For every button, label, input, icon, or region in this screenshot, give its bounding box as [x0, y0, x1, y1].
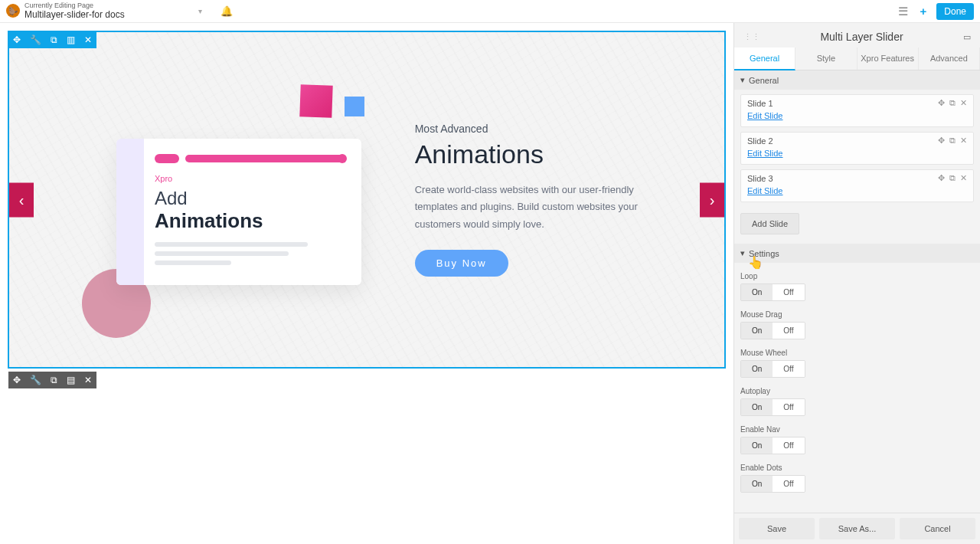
autoplay-off[interactable]: Off: [773, 399, 804, 415]
row-wrench-icon[interactable]: 🔧: [25, 372, 46, 388]
pink-square-decor: [299, 84, 332, 117]
sidebar-tabs: General Style Xpro Features Advanced: [734, 48, 980, 70]
settings-sidebar: ⋮⋮ Multi Layer Slider ▭ General Style Xp…: [733, 23, 980, 544]
blue-square-decor: [345, 97, 364, 116]
loop-off[interactable]: Off: [773, 284, 804, 300]
loop-toggle: On Off: [740, 283, 805, 301]
slide-graphic: Xpro Add Animations: [40, 54, 400, 346]
autoplay-on[interactable]: On: [741, 399, 773, 415]
page-name: Multilayer-slider-for docs: [24, 10, 125, 20]
slide-item-1: Slide 1 ✥ ⧉ ✕ Edit Slide: [740, 94, 974, 127]
enable-nav-on[interactable]: On: [741, 437, 773, 454]
topbar: 🦫 Currently Editing Page Multilayer-slid…: [0, 0, 980, 23]
slide-name: Slide 2: [747, 136, 773, 146]
loop-on[interactable]: On: [741, 284, 773, 300]
add-icon[interactable]: +: [918, 2, 929, 20]
mouse-wheel-label: Mouse Wheel: [740, 349, 974, 357]
slide-copy-icon[interactable]: ⧉: [949, 136, 956, 146]
buy-now-button[interactable]: Buy Now: [415, 250, 508, 277]
module-toolbar: ✥ 🔧 ⧉ ▥ ✕: [8, 31, 96, 48]
page-info[interactable]: Currently Editing Page Multilayer-slider…: [24, 2, 125, 20]
module-wrap[interactable]: ✥ 🔧 ⧉ ▥ ✕ ‹ ›: [8, 31, 726, 369]
enable-nav-off[interactable]: Off: [773, 437, 804, 454]
tab-xpro[interactable]: Xpro Features: [858, 48, 919, 70]
topbar-left: 🦫 Currently Editing Page Multilayer-slid…: [6, 2, 233, 20]
bell-icon[interactable]: 🔔: [220, 5, 233, 17]
slide-move-icon[interactable]: ✥: [938, 173, 945, 183]
sidebar-footer: Save Save As... Cancel: [734, 513, 980, 544]
slide-copy-icon[interactable]: ⧉: [949, 98, 956, 108]
mouse-wheel-on[interactable]: On: [741, 361, 773, 377]
slide-name: Slide 3: [747, 174, 773, 183]
enable-nav-label: Enable Nav: [740, 425, 974, 434]
close-icon[interactable]: ✕: [80, 31, 96, 48]
row-close-icon[interactable]: ✕: [80, 372, 96, 388]
slider-preview: ‹ › Xpro Add: [9, 32, 724, 367]
sidebar-header: ⋮⋮ Multi Layer Slider ▭: [734, 23, 980, 48]
card-side: [116, 139, 144, 285]
loop-label: Loop: [740, 272, 974, 280]
sidebar-title: Multi Layer Slider: [820, 31, 903, 43]
main: ✥ 🔧 ⧉ ▥ ✕ ‹ ›: [0, 23, 980, 544]
enable-nav-toggle: On Off: [740, 437, 805, 454]
enable-dots-toggle: On Off: [740, 475, 805, 493]
slide-copy-icon[interactable]: ⧉: [949, 173, 956, 183]
enable-dots-off[interactable]: Off: [773, 476, 804, 492]
headline: Animations: [415, 139, 694, 169]
mouse-drag-label: Mouse Drag: [740, 310, 974, 319]
nav-prev-button[interactable]: ‹: [9, 182, 34, 217]
row-copy-icon[interactable]: ⧉: [46, 372, 62, 388]
card-bar: [155, 154, 346, 163]
slide-delete-icon[interactable]: ✕: [960, 98, 967, 108]
enable-dots-label: Enable Dots: [740, 464, 974, 472]
enable-dots-on[interactable]: On: [741, 476, 773, 492]
mouse-drag-on[interactable]: On: [741, 323, 773, 339]
slide-delete-icon[interactable]: ✕: [960, 173, 967, 183]
mouse-wheel-off[interactable]: Off: [773, 361, 804, 377]
slide-item-3: Slide 3 ✥ ⧉ ✕ Edit Slide: [740, 169, 974, 202]
chevron-down-icon: ▾: [740, 75, 745, 85]
cancel-button[interactable]: Cancel: [900, 518, 975, 539]
card-mockup: Xpro Add Animations: [116, 139, 361, 285]
edit-slide-link[interactable]: Edit Slide: [747, 186, 782, 195]
done-button[interactable]: Done: [936, 3, 974, 20]
card-title-2: Animations: [155, 209, 346, 233]
slide-move-icon[interactable]: ✥: [938, 98, 945, 108]
row-toolbar: ✥ 🔧 ⧉ ▤ ✕: [8, 372, 96, 388]
slide-delete-icon[interactable]: ✕: [960, 136, 967, 146]
card-title-1: Add: [155, 188, 346, 209]
copy-icon[interactable]: ⧉: [46, 31, 62, 48]
tab-style[interactable]: Style: [795, 48, 857, 70]
row-columns-icon[interactable]: ▤: [62, 372, 80, 388]
columns-icon[interactable]: ▥: [62, 31, 80, 48]
save-button[interactable]: Save: [739, 518, 815, 539]
logo: 🦫: [6, 4, 20, 18]
slide-move-icon[interactable]: ✥: [938, 136, 945, 146]
chevron-down-icon[interactable]: ▾: [198, 7, 202, 15]
expand-icon[interactable]: ▭: [963, 32, 971, 42]
drag-handle-icon[interactable]: ⋮⋮: [743, 32, 760, 42]
topbar-right: ☰ + Done: [896, 2, 974, 21]
edit-slide-link[interactable]: Edit Slide: [747, 149, 782, 158]
edit-slide-link[interactable]: Edit Slide: [747, 111, 782, 120]
tab-general[interactable]: General: [734, 48, 795, 70]
save-as-button[interactable]: Save As...: [819, 518, 895, 539]
tab-advanced[interactable]: Advanced: [919, 48, 980, 70]
tagline: Most Advanced: [415, 123, 694, 135]
outline-icon[interactable]: ☰: [896, 2, 910, 21]
chevron-down-icon: ▾: [740, 248, 745, 258]
add-slide-button[interactable]: Add Slide: [740, 213, 799, 234]
mouse-drag-off[interactable]: Off: [773, 323, 804, 339]
autoplay-label: Autoplay: [740, 387, 974, 395]
description: Create world-class websites with our use…: [415, 182, 645, 232]
card-brand: Xpro: [155, 174, 346, 183]
nav-next-button[interactable]: ›: [700, 182, 724, 217]
sidebar-body: ▾ General Slide 1 ✥ ⧉ ✕ Edit Slide Slide…: [734, 70, 980, 513]
row-move-icon[interactable]: ✥: [8, 372, 25, 388]
section-settings[interactable]: ▾ Settings: [734, 244, 980, 263]
canvas-area: ✥ 🔧 ⧉ ▥ ✕ ‹ ›: [0, 23, 733, 544]
section-general[interactable]: ▾ General: [734, 70, 980, 90]
slide-content: Xpro Add Animations Most Advanced Animat…: [9, 54, 724, 346]
wrench-icon[interactable]: 🔧: [25, 31, 46, 48]
move-icon[interactable]: ✥: [8, 31, 25, 48]
